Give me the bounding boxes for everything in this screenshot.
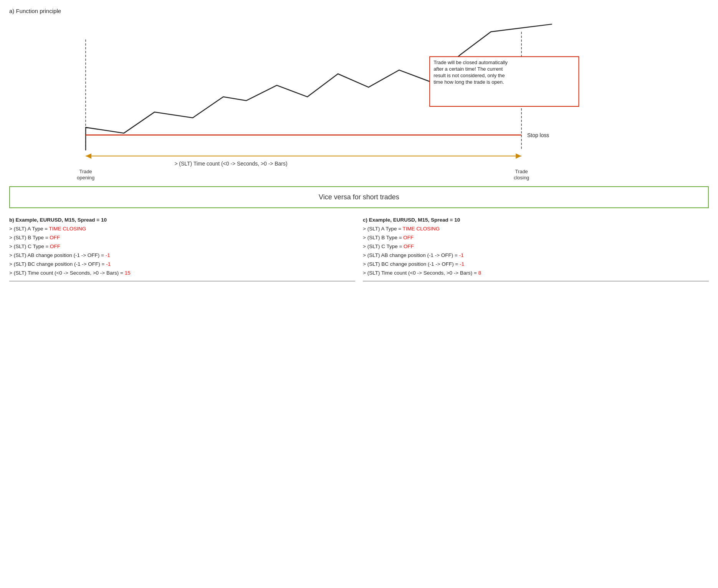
panel-c: c) Example, EURUSD, M15, Spread = 10 > (… [363, 216, 709, 282]
panel-c-ab: -1 [459, 252, 464, 258]
panel-c-chart: #6 inital tp (dynamic = OFF) #7 inital t… [363, 281, 709, 282]
svg-text:Stop loss: Stop loss [527, 132, 549, 138]
panel-b-b-type: OFF [50, 235, 60, 240]
svg-marker-5 [516, 153, 521, 159]
vice-versa-box: Vice versa for short trades [9, 186, 709, 208]
svg-text:Trade will be closed automatic: Trade will be closed automatically [433, 60, 508, 65]
page-container: a) Function principle Stop loss > (SLT) … [0, 0, 718, 289]
panel-c-a-type: TIME CLOSING [403, 226, 440, 232]
panel-b-c-type: OFF [50, 243, 60, 249]
svg-text:Trade: Trade [79, 169, 92, 174]
section-a-chart: Stop loss > (SLT) Time count (<0 -> Seco… [9, 18, 709, 183]
svg-text:result is not considered, only: result is not considered, only the [433, 73, 505, 78]
vice-versa-text: Vice versa for short trades [319, 193, 399, 201]
svg-text:closing: closing [514, 175, 529, 181]
panel-c-time-count: 8 [478, 270, 481, 276]
panel-c-b-type: OFF [403, 235, 414, 240]
panel-b-chart: #6 inital tp (dynamic = OFF) 00:310 P) #… [9, 281, 355, 282]
function-principle-svg: Stop loss > (SLT) Time count (<0 -> Seco… [9, 18, 709, 183]
panel-c-bc: -1 [460, 261, 464, 267]
section-a-title: a) Function principle [9, 8, 709, 14]
panel-b-ab: -1 [106, 252, 110, 258]
panel-b-a-type: TIME CLOSING [49, 226, 86, 232]
svg-text:> (SLT) Time count (<0 -> Seco: > (SLT) Time count (<0 -> Seconds, >0 ->… [174, 161, 287, 167]
panel-c-title: c) Example, EURUSD, M15, Spread = 10 [363, 217, 460, 223]
svg-text:opening: opening [77, 175, 94, 181]
panel-b-bc: -1 [106, 261, 111, 267]
svg-text:Trade: Trade [515, 169, 528, 174]
svg-text:after a certain time! The curr: after a certain time! The current [433, 66, 503, 72]
panel-c-text: c) Example, EURUSD, M15, Spread = 10 > (… [363, 216, 709, 278]
panel-c-c-type: OFF [404, 243, 414, 249]
bottom-panels: b) Example, EURUSD, M15, Spread = 10 > (… [9, 216, 709, 282]
panel-b-title: b) Example, EURUSD, M15, Spread = 10 [9, 217, 107, 223]
svg-text:time how long the trade is ope: time how long the trade is open. [433, 79, 504, 85]
panel-b: b) Example, EURUSD, M15, Spread = 10 > (… [9, 216, 355, 282]
svg-marker-4 [86, 153, 91, 159]
panel-b-text: b) Example, EURUSD, M15, Spread = 10 > (… [9, 216, 355, 278]
panel-b-time-count: 15 [125, 270, 131, 276]
